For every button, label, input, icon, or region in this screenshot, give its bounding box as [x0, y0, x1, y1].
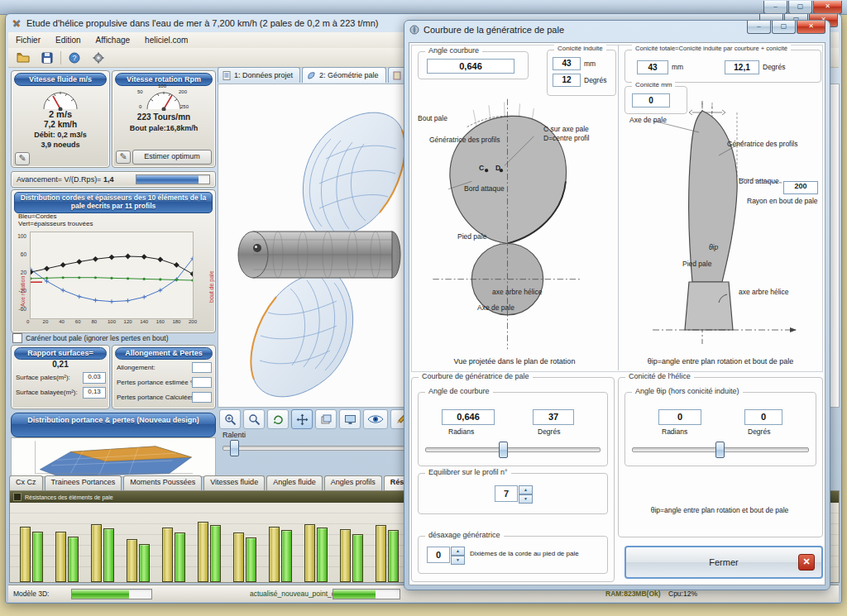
y-tick: -60 — [19, 306, 26, 312]
label-pied-pale-left: Pied pale — [457, 232, 486, 241]
back-close-button[interactable]: ✕ — [813, 1, 842, 14]
gear-glyph — [93, 52, 104, 64]
advance-progress — [136, 174, 210, 184]
tab-angles-fluide[interactable]: Angles fluide — [266, 475, 323, 490]
menu-heliciel[interactable]: heliciel.com — [137, 33, 195, 47]
conicite-totale-mm[interactable]: 43 — [637, 60, 668, 74]
bar-group-3: Elem.3(Ok) — [91, 516, 117, 582]
bar — [32, 532, 43, 582]
conicite-totale-deg-unit: Degrés — [763, 63, 785, 71]
dist-left-axis-label: Axe rotation — [20, 276, 26, 307]
layers-icon[interactable] — [315, 409, 337, 429]
top-tabstrip: 1: Données projet 2: Géométrie pale — [218, 67, 415, 83]
tab-angles-profils[interactable]: Angles profils — [324, 475, 382, 490]
conicite-totale-deg[interactable]: 12,1 — [725, 60, 759, 74]
desaxage-value[interactable]: 0 — [427, 547, 450, 563]
help-icon[interactable]: ? — [64, 48, 85, 68]
dialog-maximize-button[interactable]: ▢ — [772, 21, 796, 34]
save-icon[interactable] — [36, 48, 58, 68]
edit-rotation-pencil-icon[interactable]: ✎ — [116, 150, 131, 164]
zoom-icon[interactable] — [243, 409, 265, 429]
tip-fairing-checkbox[interactable] — [12, 333, 22, 343]
help-glyph: ? — [69, 52, 80, 64]
x-tick: 60 — [75, 319, 81, 324]
menu-fichier[interactable]: Fichier — [8, 33, 48, 47]
bar — [91, 524, 102, 582]
equilibrer-value[interactable]: 7 — [495, 485, 518, 502]
dialog-minimize-button[interactable]: – — [747, 21, 771, 34]
back-minimize-button[interactable]: – — [763, 1, 787, 14]
menu-edition[interactable]: Edition — [48, 33, 89, 47]
menu-affichage[interactable]: Affichage — [89, 33, 138, 47]
back-maximize-button[interactable]: ▢ — [788, 1, 812, 14]
ralenti-slider[interactable] — [223, 446, 408, 451]
settings-gear-icon[interactable] — [88, 48, 109, 68]
rotation-rpm: 223 Tours/mn — [112, 112, 215, 122]
label-theta-ip: θip — [709, 243, 718, 251]
equilibrer-group: Equilibrer sur le profil n° 7 ▲▼ — [418, 473, 608, 514]
curvature-dialog: Courbure de la génératrice de pale – ▢ ✕… — [404, 20, 830, 590]
portance-distribution-header[interactable]: Distribution portance & pertes (Nouveau … — [11, 413, 216, 437]
tip-degres-value[interactable]: 0 — [744, 409, 782, 425]
visibility-eye-icon[interactable] — [363, 409, 388, 429]
x-tick: 40 — [59, 319, 65, 324]
desaxage-spinner[interactable]: 0 ▲▼ — [427, 547, 465, 565]
dialog-close-button[interactable]: ✕ — [797, 21, 825, 34]
tab-donnees-projet[interactable]: 1: Données projet — [218, 67, 300, 83]
open-folder-icon[interactable] — [12, 48, 34, 68]
desaxage-up-icon[interactable]: ▲ — [451, 547, 465, 556]
angle-de-courbure-title: Angle de courbure — [425, 387, 493, 395]
equilibrer-down-icon[interactable]: ▼ — [519, 494, 533, 504]
dial-200: 200 — [179, 89, 187, 94]
label-d: D — [495, 164, 500, 172]
angle-courbure-value[interactable]: 0,646 — [427, 59, 514, 74]
screen-icon[interactable] — [339, 409, 361, 429]
courbure-angle-slider-thumb[interactable] — [499, 442, 508, 458]
x-tick: 100 — [108, 319, 116, 324]
courbure-degres-value[interactable]: 37 — [533, 409, 574, 425]
estimate-optimum-button[interactable]: Estimer optimum — [132, 150, 212, 165]
legend-green: Vert=épaisseurs trouvées — [18, 220, 93, 227]
tab-trainees-portances[interactable]: Trainees Portances — [45, 475, 122, 490]
courbure-radians-value[interactable]: 0,646 — [442, 409, 495, 425]
dialog-content: Angle courbure 0,646 Conicité induite 43… — [409, 42, 825, 585]
tab-geometrie-pale[interactable]: 2: Géométrie pale — [302, 67, 386, 83]
conicite-totale-mm-unit: mm — [672, 63, 683, 71]
tip-radians-value[interactable]: 0 — [658, 409, 701, 425]
tip-angle-slider[interactable] — [632, 447, 809, 452]
bar — [388, 530, 399, 582]
orbit-rotate-icon[interactable] — [267, 409, 289, 429]
tip-angle-slider-thumb[interactable] — [715, 442, 725, 458]
tab3-icon — [393, 71, 401, 80]
bar — [352, 534, 363, 582]
rayon-bout-value[interactable]: 200 — [783, 181, 818, 194]
tab-moments-poussees[interactable]: Moments Poussées — [123, 475, 202, 490]
zoom-in-icon[interactable] — [219, 409, 241, 429]
desaxage-down-icon[interactable]: ▼ — [451, 556, 465, 565]
mm-unit: mm — [584, 60, 596, 68]
right-diagram-caption: θip=angle entre plan rotation et bout de… — [618, 357, 823, 365]
dial-250: 250 — [180, 104, 189, 109]
ralenti-label: Ralenti — [223, 431, 246, 439]
desaxage-title: désaxage génératrice — [425, 531, 504, 539]
fermer-button[interactable]: Fermer ✕ — [624, 546, 823, 579]
equilibrer-spinner[interactable]: 7 ▲▼ — [495, 485, 533, 504]
tab-vitesses-fluide[interactable]: Vitesses fluide — [203, 475, 265, 490]
portance-surface-chart — [11, 437, 216, 477]
pan-icon[interactable] — [291, 409, 313, 429]
label-generatrice-right: Génératrice des profils — [727, 140, 798, 148]
tip-fairing-label: Caréner bout pale (ignorer les pertes en… — [26, 334, 168, 342]
conicite-induite-mm[interactable]: 43 — [553, 57, 581, 70]
x-tick: 20 — [43, 319, 49, 324]
dial-100: 100 — [158, 84, 166, 88]
equilibrer-up-icon[interactable]: ▲ — [519, 485, 533, 494]
dist-plot-area — [30, 232, 194, 319]
fluid-gauge — [41, 86, 80, 111]
ralenti-slider-thumb[interactable] — [230, 440, 239, 456]
edit-fluid-pencil-icon[interactable]: ✎ — [15, 152, 30, 165]
tab-cx-cz[interactable]: Cx Cz — [9, 475, 43, 490]
conicite-induite-deg[interactable]: 12 — [553, 74, 581, 87]
bar-group-4: Elem.4(Ok) — [127, 516, 153, 582]
tip-radians-unit: Radians — [662, 427, 687, 436]
courbure-angle-slider[interactable] — [425, 447, 601, 452]
